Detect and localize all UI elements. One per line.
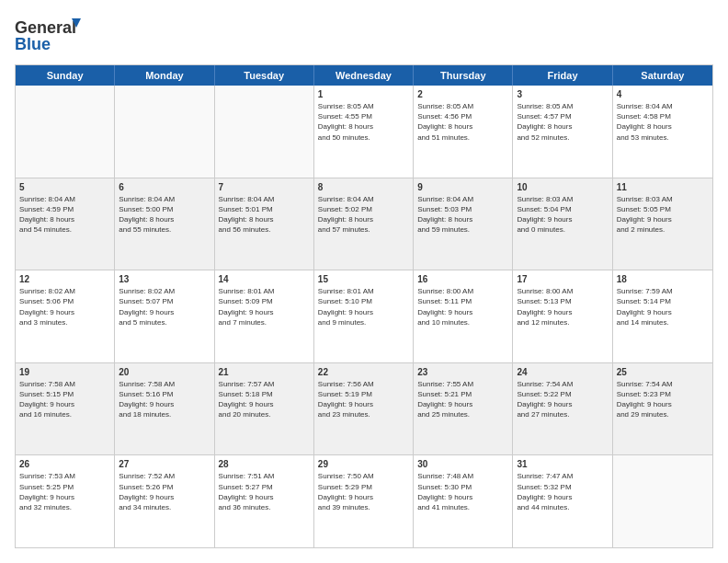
day-number: 14 [219, 273, 310, 285]
calendar-cell [115, 86, 214, 178]
day-number: 15 [318, 273, 409, 285]
calendar-body: 1Sunrise: 8:05 AM Sunset: 4:55 PM Daylig… [16, 86, 712, 547]
day-number: 23 [417, 366, 508, 378]
day-info: Sunrise: 8:04 AM Sunset: 5:03 PM Dayligh… [417, 194, 508, 236]
calendar-cell: 25Sunrise: 7:54 AM Sunset: 5:23 PM Dayli… [613, 363, 712, 455]
day-number: 21 [219, 366, 310, 378]
day-number: 5 [19, 181, 110, 193]
calendar-cell: 18Sunrise: 7:59 AM Sunset: 5:14 PM Dayli… [613, 270, 712, 362]
calendar-cell: 4Sunrise: 8:04 AM Sunset: 4:58 PM Daylig… [613, 86, 712, 178]
day-info: Sunrise: 7:47 AM Sunset: 5:32 PM Dayligh… [517, 471, 608, 512]
calendar-cell [16, 86, 115, 178]
day-info: Sunrise: 8:04 AM Sunset: 4:59 PM Dayligh… [19, 194, 110, 236]
header-day-monday: Monday [115, 65, 214, 86]
logo-svg: GeneralBlue [15, 15, 88, 55]
day-number: 17 [517, 273, 608, 285]
calendar-cell: 12Sunrise: 8:02 AM Sunset: 5:06 PM Dayli… [16, 270, 115, 362]
calendar-cell: 16Sunrise: 8:00 AM Sunset: 5:11 PM Dayli… [414, 270, 513, 362]
day-number: 16 [417, 273, 508, 285]
day-number: 6 [119, 181, 210, 193]
calendar-cell: 30Sunrise: 7:48 AM Sunset: 5:30 PM Dayli… [414, 455, 513, 547]
day-number: 7 [219, 181, 310, 193]
calendar-cell: 5Sunrise: 8:04 AM Sunset: 4:59 PM Daylig… [16, 178, 115, 270]
day-info: Sunrise: 8:04 AM Sunset: 5:02 PM Dayligh… [318, 194, 409, 236]
day-info: Sunrise: 8:03 AM Sunset: 5:04 PM Dayligh… [517, 194, 608, 236]
day-number: 4 [617, 88, 709, 100]
calendar-week-5: 26Sunrise: 7:53 AM Sunset: 5:25 PM Dayli… [16, 455, 712, 547]
day-info: Sunrise: 8:05 AM Sunset: 4:57 PM Dayligh… [517, 101, 608, 143]
calendar-cell: 24Sunrise: 7:54 AM Sunset: 5:22 PM Dayli… [513, 363, 612, 455]
day-info: Sunrise: 8:04 AM Sunset: 5:00 PM Dayligh… [119, 194, 210, 236]
day-info: Sunrise: 8:00 AM Sunset: 5:11 PM Dayligh… [417, 286, 508, 327]
calendar-cell: 13Sunrise: 8:02 AM Sunset: 5:07 PM Dayli… [115, 270, 214, 362]
day-number: 8 [318, 181, 409, 193]
day-info: Sunrise: 7:58 AM Sunset: 5:15 PM Dayligh… [19, 379, 110, 420]
day-info: Sunrise: 7:50 AM Sunset: 5:29 PM Dayligh… [318, 471, 409, 512]
header-day-thursday: Thursday [414, 65, 513, 86]
day-info: Sunrise: 7:55 AM Sunset: 5:21 PM Dayligh… [417, 379, 508, 420]
day-info: Sunrise: 8:03 AM Sunset: 5:05 PM Dayligh… [617, 194, 709, 236]
header: GeneralBlue [15, 15, 713, 55]
day-number: 2 [417, 88, 508, 100]
calendar-cell: 28Sunrise: 7:51 AM Sunset: 5:27 PM Dayli… [215, 455, 314, 547]
day-number: 26 [19, 458, 110, 470]
day-number: 13 [119, 273, 210, 285]
calendar-cell [215, 86, 314, 178]
page: GeneralBlue SundayMondayTuesdayWednesday… [0, 0, 728, 563]
day-number: 10 [517, 181, 608, 193]
svg-text:General: General [15, 18, 76, 37]
calendar-cell: 26Sunrise: 7:53 AM Sunset: 5:25 PM Dayli… [16, 455, 115, 547]
calendar-cell: 20Sunrise: 7:58 AM Sunset: 5:16 PM Dayli… [115, 363, 214, 455]
svg-text:Blue: Blue [15, 35, 51, 53]
calendar-cell: 31Sunrise: 7:47 AM Sunset: 5:32 PM Dayli… [513, 455, 612, 547]
day-number: 3 [517, 88, 608, 100]
logo: GeneralBlue [15, 15, 88, 55]
calendar-cell: 23Sunrise: 7:55 AM Sunset: 5:21 PM Dayli… [414, 363, 513, 455]
header-day-tuesday: Tuesday [215, 65, 314, 86]
calendar-cell: 1Sunrise: 8:05 AM Sunset: 4:55 PM Daylig… [314, 86, 414, 178]
day-number: 9 [417, 181, 508, 193]
calendar-week-1: 1Sunrise: 8:05 AM Sunset: 4:55 PM Daylig… [16, 86, 712, 178]
calendar-cell: 27Sunrise: 7:52 AM Sunset: 5:26 PM Dayli… [115, 455, 214, 547]
calendar-week-3: 12Sunrise: 8:02 AM Sunset: 5:06 PM Dayli… [16, 270, 712, 363]
calendar-header: SundayMondayTuesdayWednesdayThursdayFrid… [16, 65, 712, 86]
day-info: Sunrise: 7:52 AM Sunset: 5:26 PM Dayligh… [119, 471, 210, 512]
header-day-friday: Friday [513, 65, 612, 86]
day-info: Sunrise: 7:53 AM Sunset: 5:25 PM Dayligh… [19, 471, 110, 512]
day-number: 30 [417, 458, 508, 470]
day-info: Sunrise: 8:02 AM Sunset: 5:06 PM Dayligh… [19, 286, 110, 327]
calendar-cell: 14Sunrise: 8:01 AM Sunset: 5:09 PM Dayli… [215, 270, 314, 362]
day-number: 20 [119, 366, 210, 378]
day-number: 25 [617, 366, 709, 378]
day-info: Sunrise: 7:59 AM Sunset: 5:14 PM Dayligh… [617, 286, 709, 327]
day-info: Sunrise: 8:01 AM Sunset: 5:09 PM Dayligh… [219, 286, 310, 327]
calendar-cell: 9Sunrise: 8:04 AM Sunset: 5:03 PM Daylig… [414, 178, 513, 270]
day-number: 27 [119, 458, 210, 470]
day-number: 18 [617, 273, 709, 285]
calendar-cell: 29Sunrise: 7:50 AM Sunset: 5:29 PM Dayli… [314, 455, 414, 547]
day-info: Sunrise: 7:56 AM Sunset: 5:19 PM Dayligh… [318, 379, 409, 420]
day-info: Sunrise: 8:04 AM Sunset: 4:58 PM Dayligh… [617, 101, 709, 143]
calendar: SundayMondayTuesdayWednesdayThursdayFrid… [15, 64, 713, 548]
day-info: Sunrise: 7:54 AM Sunset: 5:23 PM Dayligh… [617, 379, 709, 420]
day-info: Sunrise: 8:05 AM Sunset: 4:55 PM Dayligh… [318, 101, 409, 143]
day-info: Sunrise: 7:48 AM Sunset: 5:30 PM Dayligh… [417, 471, 508, 512]
calendar-cell: 21Sunrise: 7:57 AM Sunset: 5:18 PM Dayli… [215, 363, 314, 455]
day-number: 1 [318, 88, 409, 100]
calendar-cell: 8Sunrise: 8:04 AM Sunset: 5:02 PM Daylig… [314, 178, 414, 270]
day-number: 29 [318, 458, 409, 470]
day-info: Sunrise: 8:01 AM Sunset: 5:10 PM Dayligh… [318, 286, 409, 327]
day-info: Sunrise: 7:58 AM Sunset: 5:16 PM Dayligh… [119, 379, 210, 420]
day-info: Sunrise: 7:54 AM Sunset: 5:22 PM Dayligh… [517, 379, 608, 420]
day-info: Sunrise: 7:51 AM Sunset: 5:27 PM Dayligh… [219, 471, 310, 512]
day-number: 22 [318, 366, 409, 378]
calendar-cell [613, 455, 712, 547]
day-number: 11 [617, 181, 709, 193]
day-number: 24 [517, 366, 608, 378]
header-day-saturday: Saturday [613, 65, 712, 86]
day-number: 31 [517, 458, 608, 470]
day-info: Sunrise: 8:05 AM Sunset: 4:56 PM Dayligh… [417, 101, 508, 143]
day-info: Sunrise: 7:57 AM Sunset: 5:18 PM Dayligh… [219, 379, 310, 420]
calendar-cell: 15Sunrise: 8:01 AM Sunset: 5:10 PM Dayli… [314, 270, 414, 362]
day-number: 12 [19, 273, 110, 285]
